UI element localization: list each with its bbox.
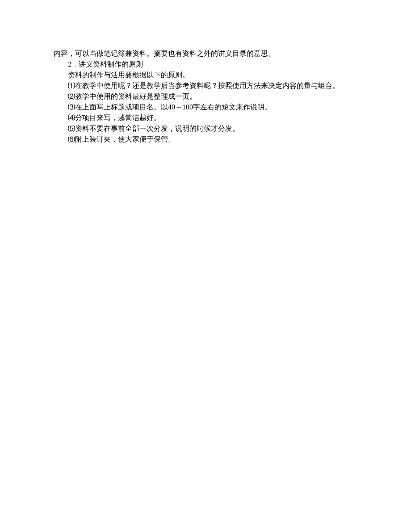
paragraph-intro: 资料的制作与活用要根据以下的原则。 xyxy=(54,70,366,80)
list-item-3: ⑶在上面写上标题或项目名。以40～100字左右的短文来作说明。 xyxy=(54,102,366,113)
list-item-2: ⑵教学中使用的资料最好是整理成一页。 xyxy=(54,91,366,102)
list-item-5: ⑸资料不要在事前全部一次分发，说明的时候才分发。 xyxy=(54,123,366,134)
document-content: 内容，可以当做笔记簿兼资料。摘要也有资料之外的讲义目录的意思。 2．讲义资料制作… xyxy=(54,48,366,145)
list-item-1: ⑴在教学中使用呢？还是教学后当参考资料呢？按照使用方法来决定内容的量与组合。 xyxy=(54,80,366,91)
section-heading: 2．讲义资料制作的原则 xyxy=(54,59,366,70)
list-item-6: ⑹附上装订夹，使大家便于保管。 xyxy=(54,134,366,145)
paragraph-continuation: 内容，可以当做笔记簿兼资料。摘要也有资料之外的讲义目录的意思。 xyxy=(54,48,366,59)
list-item-4: ⑷分项目来写，越简洁越好。 xyxy=(54,113,366,123)
